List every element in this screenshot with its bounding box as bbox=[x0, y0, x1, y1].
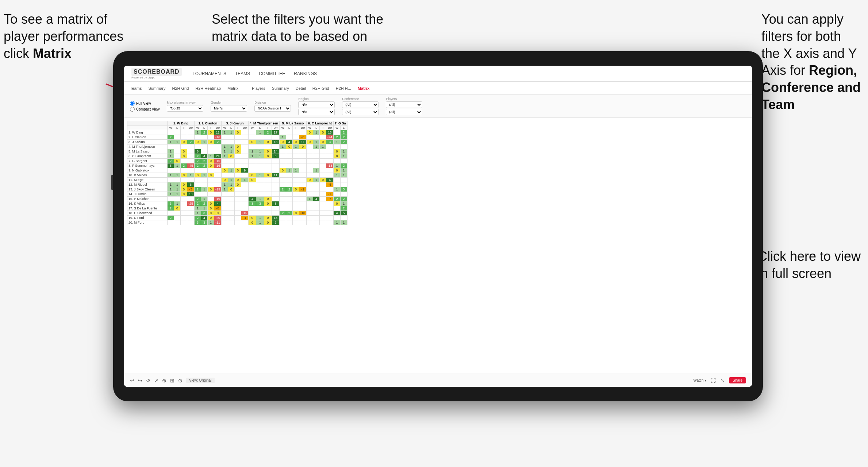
matrix-cell: 1 bbox=[241, 178, 249, 182]
max-players-select[interactable]: Top 25 bbox=[167, 105, 203, 112]
matrix-cell bbox=[340, 216, 347, 220]
matrix-cell: 2 bbox=[340, 197, 347, 201]
matrix-cell: 0 bbox=[181, 149, 187, 154]
matrix-cell bbox=[249, 192, 256, 197]
matrix-cell bbox=[195, 182, 201, 187]
matrix-cell bbox=[320, 182, 326, 187]
tab-matrix2-active[interactable]: Matrix bbox=[358, 86, 369, 90]
view-toggle: Full View Compact View bbox=[130, 101, 160, 112]
full-view-label[interactable]: Full View bbox=[130, 101, 160, 106]
share2-icon[interactable]: ⤢ bbox=[154, 378, 158, 383]
tab-detail[interactable]: Detail bbox=[296, 86, 306, 90]
redo-icon[interactable]: ↪ bbox=[138, 378, 142, 383]
matrix-cell bbox=[293, 159, 299, 163]
matrix-cell: 3 bbox=[249, 201, 256, 206]
matrix-cell bbox=[241, 206, 249, 211]
matrix-cell bbox=[299, 159, 307, 163]
nav-tournaments[interactable]: TOURNAMENTS bbox=[193, 71, 226, 76]
full-view-radio[interactable] bbox=[130, 101, 135, 106]
matrix-cell bbox=[195, 192, 201, 197]
matrix-cell: 0 bbox=[249, 216, 256, 220]
watch-label[interactable]: Watch ▾ bbox=[694, 378, 707, 382]
matrix-cell bbox=[222, 163, 228, 168]
player-name-cell: 19. D Ford bbox=[127, 216, 168, 220]
tab-h2h-grid[interactable]: H2H Grid bbox=[172, 86, 189, 90]
compact-view-label[interactable]: Compact View bbox=[130, 107, 160, 112]
refresh-icon[interactable]: ↺ bbox=[146, 378, 150, 383]
sub-col-w4: W bbox=[249, 126, 256, 130]
filter-conference: Conference (All) (All) bbox=[342, 97, 379, 115]
matrix-cell bbox=[334, 206, 341, 211]
matrix-cell: 0 bbox=[334, 149, 341, 154]
table-row: 6. C Lamprecht102412410110601 bbox=[127, 154, 347, 159]
fullscreen-icon[interactable]: ⛶ bbox=[711, 378, 716, 383]
matrix-cell: 1 bbox=[293, 168, 299, 173]
matrix-cell: 3 bbox=[201, 211, 208, 216]
matrix-cell: 0 bbox=[228, 154, 235, 159]
tab-h2h-grid2[interactable]: H2H Grid bbox=[312, 86, 329, 90]
conference-select-2[interactable]: (All) bbox=[342, 109, 379, 115]
matrix-container[interactable]: 1. W Ding 2. L Clanton 3. J Koivun 4. M … bbox=[124, 118, 752, 374]
matrix-cell bbox=[286, 201, 293, 206]
tab-matrix[interactable]: Matrix bbox=[227, 86, 238, 90]
tab-h2h-heatmap[interactable]: H2H Heatmap bbox=[195, 86, 221, 90]
zoom-icon[interactable]: ⊕ bbox=[162, 378, 166, 383]
matrix-cell bbox=[264, 211, 272, 216]
nav-rankings[interactable]: RANKINGS bbox=[294, 71, 317, 76]
settings-icon[interactable]: ⊙ bbox=[178, 378, 183, 383]
logo-main: SCOREBOARD bbox=[131, 68, 182, 76]
matrix-cell bbox=[313, 192, 320, 197]
scoreboard-logo: SCOREBOARD Powered by clippd bbox=[131, 68, 182, 79]
player-name-cell: 4. M Thorbjornsen bbox=[127, 144, 168, 149]
table-row: 9. N Gabrelcik0109011101 bbox=[127, 168, 347, 173]
share-button[interactable]: Share bbox=[729, 377, 746, 383]
matrix-cell bbox=[320, 206, 326, 211]
player-name-cell: 7. G Sargent bbox=[127, 159, 168, 163]
matrix-cell bbox=[286, 149, 293, 154]
matrix-cell: 0 bbox=[264, 216, 272, 220]
grid-icon[interactable]: ⊞ bbox=[170, 378, 174, 383]
matrix-cell bbox=[241, 192, 249, 197]
matrix-cell bbox=[201, 178, 208, 182]
sub-col-w6: W bbox=[307, 126, 313, 130]
nav-teams[interactable]: TEAMS bbox=[235, 71, 250, 76]
region-select-1[interactable]: N/A bbox=[298, 101, 335, 108]
table-row: 2. L Clanton2-161-6-2422 bbox=[127, 135, 347, 140]
division-select[interactable]: NCAA Division I bbox=[254, 105, 291, 112]
matrix-cell bbox=[286, 173, 293, 178]
expand-icon[interactable]: ⤡ bbox=[720, 378, 725, 383]
compact-view-radio[interactable] bbox=[130, 107, 135, 112]
matrix-cell bbox=[228, 163, 235, 168]
tab-teams[interactable]: Teams bbox=[130, 86, 142, 90]
matrix-cell: -13 bbox=[326, 163, 334, 168]
matrix-cell bbox=[320, 187, 326, 192]
matrix-cell: 0 bbox=[264, 201, 272, 206]
matrix-cell bbox=[280, 220, 286, 225]
tab-summary[interactable]: Summary bbox=[148, 86, 165, 90]
tab-summary2[interactable]: Summary bbox=[272, 86, 289, 90]
matrix-cell bbox=[235, 206, 241, 211]
matrix-cell: 1 bbox=[313, 178, 320, 182]
col-header-player bbox=[127, 121, 168, 126]
gender-select[interactable]: Men's bbox=[211, 105, 247, 112]
matrix-cell bbox=[214, 173, 222, 178]
matrix-cell: 0 bbox=[264, 173, 272, 178]
matrix-cell bbox=[307, 220, 313, 225]
undo-icon[interactable]: ↩ bbox=[130, 378, 134, 383]
player-name-cell: 20. M Ford bbox=[127, 220, 168, 225]
matrix-cell: 0 bbox=[195, 173, 201, 178]
matrix-cell bbox=[174, 144, 181, 149]
matrix-cell: 2 bbox=[181, 163, 187, 168]
conference-select-1[interactable]: (All) bbox=[342, 101, 379, 108]
region-select-2[interactable]: N/A bbox=[298, 109, 335, 115]
players-select-2[interactable]: (All) bbox=[386, 109, 422, 115]
tab-h2h2[interactable]: H2H H... bbox=[336, 86, 351, 90]
players-select-1[interactable]: (All) bbox=[386, 101, 422, 108]
nav-committee[interactable]: COMMITTEE bbox=[259, 71, 285, 76]
matrix-cell bbox=[241, 154, 249, 159]
tab-players[interactable]: Players bbox=[252, 86, 265, 90]
matrix-cell: 0 bbox=[181, 187, 187, 192]
matrix-cell bbox=[195, 135, 201, 140]
matrix-cell bbox=[299, 220, 307, 225]
matrix-cell: 4 bbox=[313, 197, 320, 201]
